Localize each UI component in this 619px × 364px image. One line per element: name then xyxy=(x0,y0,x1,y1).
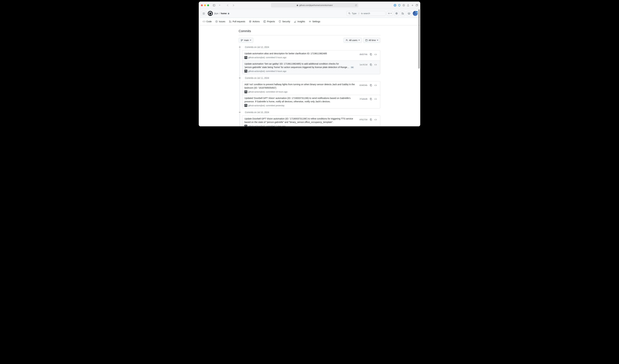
copy-sha-button[interactable] xyxy=(369,52,373,56)
commit-title[interactable]: Update automation alias and description … xyxy=(244,52,356,55)
svg-rect-30 xyxy=(370,119,372,121)
pr-icon xyxy=(229,20,231,23)
commit-item: Update automation 'Set car gabby' (ID: 1… xyxy=(242,61,380,74)
expand-message-button[interactable]: ••• xyxy=(351,66,354,68)
commit-title[interactable]: Add 'not' condition to prevent hallway l… xyxy=(244,83,356,90)
tab-projects[interactable]: Projects xyxy=(262,18,277,25)
url-text: github.com/jkpe/home/commits/main/ xyxy=(299,4,333,6)
new-tab-icon[interactable] xyxy=(411,4,414,7)
commit-author[interactable]: github-actions[bot] xyxy=(248,91,265,93)
downloads-icon[interactable] xyxy=(403,4,405,7)
git-branch-icon xyxy=(241,39,243,42)
browse-code-button[interactable] xyxy=(373,83,378,87)
tab-security[interactable]: Security xyxy=(277,18,292,25)
svg-rect-27 xyxy=(370,85,372,86)
browse-code-button[interactable] xyxy=(373,117,378,122)
window-controls xyxy=(201,4,209,6)
tab-actions[interactable]: Actions xyxy=(247,18,261,25)
minimize-window-button[interactable] xyxy=(204,4,206,6)
tab-settings[interactable]: Settings xyxy=(307,18,322,25)
chevron-down-icon xyxy=(377,40,378,41)
page-title: Commits xyxy=(239,28,380,35)
search-input[interactable]: Type / to search xyxy=(347,11,385,16)
user-avatar[interactable] xyxy=(413,11,418,16)
tab-insights[interactable]: Insights xyxy=(292,18,307,25)
tab-code[interactable]: Code xyxy=(201,18,213,25)
commit-item: Update Doorbell GPT Vision automation (I… xyxy=(242,116,380,126)
shield-icon xyxy=(279,20,281,23)
private-lock-icon xyxy=(228,13,229,14)
forward-button[interactable] xyxy=(231,3,236,7)
1password-icon[interactable]: ① xyxy=(394,4,396,7)
copy-sha-button[interactable] xyxy=(369,63,373,67)
issues-button[interactable] xyxy=(394,11,399,16)
reload-icon[interactable] xyxy=(355,4,357,6)
commit-title[interactable]: Update Doorbell GPT Vision automation (I… xyxy=(244,117,356,124)
commit-meta: github-actions[bot]committed yesterday xyxy=(244,104,356,107)
commit-dot-icon xyxy=(239,77,241,79)
copy-sha-button[interactable] xyxy=(369,117,373,122)
close-window-button[interactable] xyxy=(201,4,203,6)
tab-issues[interactable]: Issues xyxy=(214,18,227,25)
privacy-shield-icon[interactable] xyxy=(398,4,401,7)
breadcrumb-owner[interactable]: jkpe xyxy=(214,12,218,15)
browse-code-button[interactable] xyxy=(373,52,378,56)
commit-title[interactable]: Updated 'Doorbell GPT Vision' automation… xyxy=(244,97,356,103)
share-icon[interactable] xyxy=(407,4,409,7)
back-button[interactable] xyxy=(225,3,230,7)
commit-sha[interactable]: 834034b xyxy=(358,84,369,87)
commit-date-header: Commits on Jul 12, 2024 xyxy=(239,45,380,49)
author-avatar[interactable] xyxy=(244,56,247,59)
maximize-window-button[interactable] xyxy=(207,4,209,6)
svg-point-21 xyxy=(346,40,347,40)
svg-rect-25 xyxy=(370,64,372,66)
commit-sha[interactable]: 3fabbd8 xyxy=(358,97,369,101)
time-filter-button[interactable]: All time xyxy=(363,38,380,43)
author-avatar[interactable] xyxy=(244,70,247,72)
commit-sha[interactable]: 1ec913d xyxy=(358,63,369,66)
author-avatar[interactable] xyxy=(244,125,247,126)
copy-sha-button[interactable] xyxy=(369,83,373,87)
commit-group: Update automation alias and description … xyxy=(242,50,380,74)
tab-pull-requests[interactable]: Pull requests xyxy=(227,18,247,25)
svg-rect-24 xyxy=(370,54,372,55)
svg-rect-3 xyxy=(416,5,417,6)
sidebar-toggle-button[interactable] xyxy=(212,3,216,7)
tab-group-dropdown[interactable] xyxy=(217,3,222,7)
branch-selector-button[interactable]: main xyxy=(239,38,253,43)
commit-author[interactable]: github-actions[bot] xyxy=(248,70,265,72)
users-filter-button[interactable]: All users xyxy=(343,38,362,43)
commit-sha[interactable]: d6d5f46 xyxy=(358,53,369,56)
hamburger-menu-button[interactable] xyxy=(201,11,206,16)
browse-code-button[interactable] xyxy=(373,63,378,67)
commit-author[interactable]: github-actions[bot] xyxy=(248,56,265,59)
inbox-button[interactable] xyxy=(407,11,411,16)
copy-sha-button[interactable] xyxy=(369,97,373,101)
commit-meta: github-actions[bot]committed 19 hours ag… xyxy=(244,90,356,93)
commit-sha[interactable]: 0f62750 xyxy=(358,118,369,121)
commit-item: Updated 'Doorbell GPT Vision' automation… xyxy=(242,95,380,109)
copy-icon xyxy=(370,84,372,86)
svg-rect-0 xyxy=(213,4,215,6)
commit-group: Update Doorbell GPT Vision automation (I… xyxy=(242,115,380,126)
tabs-overview-icon[interactable] xyxy=(416,4,418,7)
url-bar[interactable]: github.com/jkpe/home/commits/main/ xyxy=(271,3,358,7)
commit-author[interactable]: github-actions[bot] xyxy=(248,104,265,107)
scrollbar[interactable] xyxy=(418,9,420,126)
github-logo[interactable] xyxy=(208,11,213,16)
author-avatar[interactable] xyxy=(244,90,247,93)
commit-meta: github-actions[bot]committed 2 days ago xyxy=(244,125,356,126)
commit-title[interactable]: Update automation 'Set car gabby' (ID: 1… xyxy=(244,62,356,69)
create-new-dropdown[interactable] xyxy=(387,11,393,16)
browse-code-button[interactable] xyxy=(373,97,378,101)
copy-icon xyxy=(370,53,372,56)
pull-requests-button[interactable] xyxy=(400,11,405,16)
breadcrumb-repo[interactable]: home xyxy=(221,12,227,15)
commit-author[interactable]: github-actions[bot] xyxy=(248,125,265,126)
commit-dot-icon xyxy=(239,111,241,113)
graph-icon xyxy=(294,20,296,23)
author-avatar[interactable] xyxy=(244,104,247,107)
commit-meta: github-actions[bot]committed 5 hours ago xyxy=(244,56,356,59)
lock-icon xyxy=(296,4,298,6)
github-header: jkpe / home Type / to search xyxy=(199,9,420,18)
